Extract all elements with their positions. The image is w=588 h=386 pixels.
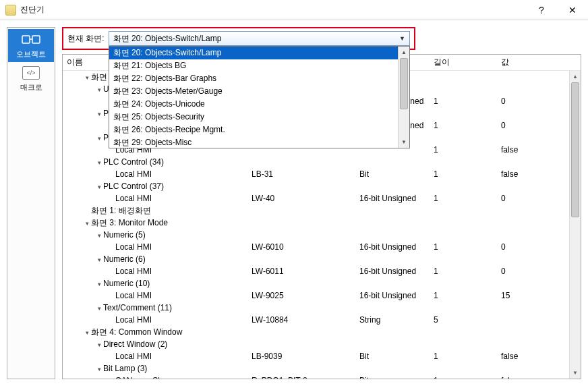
tree-row[interactable]: Numeric (6) xyxy=(63,253,581,265)
row-value: 0 xyxy=(501,242,506,252)
tree-row[interactable]: CANopen SlaveRxPDO1_BIT-0Bit1false xyxy=(63,375,581,379)
row-value: false xyxy=(501,145,518,155)
row-address: LB-31 xyxy=(252,169,273,179)
row-name: Numeric (5) xyxy=(103,230,146,240)
row-address: LW-10884 xyxy=(252,315,288,325)
tree-row[interactable]: 화면 4: Common Window xyxy=(63,326,581,338)
caret-open-icon[interactable] xyxy=(83,74,91,81)
dropdown-option[interactable]: 화면 29: Objects-Misc xyxy=(109,136,398,148)
tree-row[interactable]: Local HMILB-9039Bit1false xyxy=(63,350,581,362)
row-value: 15 xyxy=(501,291,510,300)
caret-open-icon[interactable] xyxy=(83,329,91,336)
tree-row[interactable]: Local HMILW-601116-bit Unsigned10 xyxy=(63,265,581,277)
dropdown-option[interactable]: 화면 20: Objects-Switch/Lamp xyxy=(109,47,398,59)
row-type: String xyxy=(359,315,380,325)
row-name: Local HMI xyxy=(115,352,152,361)
row-type: Bit xyxy=(359,169,369,179)
row-length: 1 xyxy=(434,291,438,300)
tree-row[interactable]: Numeric (10) xyxy=(63,277,581,290)
row-name: Text/Comment (11) xyxy=(103,303,172,312)
row-type: 16-bit Unsigned xyxy=(359,267,416,276)
scroll-thumb[interactable] xyxy=(400,58,408,109)
tree-row[interactable]: Numeric (5) xyxy=(63,229,581,241)
window-title: 진단기 xyxy=(20,4,526,16)
row-length: 1 xyxy=(434,121,438,130)
dropdown-option[interactable]: 화면 25: Objects-Security xyxy=(109,111,398,123)
row-name: Bit Lamp (3) xyxy=(103,364,147,373)
sidebar-item-objects[interactable]: 오브젝트 xyxy=(8,29,54,62)
dropdown-scrollbar[interactable]: ▲ ▼ xyxy=(398,47,409,148)
objects-icon xyxy=(8,33,54,47)
row-name: Numeric (6) xyxy=(103,254,146,264)
dropdown-option[interactable]: 화면 24: Objects-Unicode xyxy=(109,98,398,111)
col-name[interactable]: 이름 xyxy=(67,57,83,68)
row-value: false xyxy=(501,352,518,361)
caret-open-icon[interactable] xyxy=(83,220,91,227)
caret-open-icon[interactable] xyxy=(95,111,103,117)
tree-row[interactable]: Local HMILW-902516-bit Unsigned115 xyxy=(63,290,581,302)
caret-open-icon[interactable] xyxy=(95,232,103,239)
tree-row[interactable]: PLC Control (37) xyxy=(63,180,581,192)
scroll-down-icon[interactable]: ▼ xyxy=(399,136,409,148)
row-address: LW-6011 xyxy=(252,267,284,276)
dropdown-option[interactable]: 화면 22: Objects-Bar Graphs xyxy=(109,72,398,85)
tree-row[interactable]: PLC Control (34) xyxy=(63,156,581,168)
row-length: 1 xyxy=(434,267,438,276)
scroll-up-icon[interactable]: ▲ xyxy=(399,47,409,58)
row-name: Numeric (10) xyxy=(103,279,150,288)
col-length[interactable]: 길이 xyxy=(434,57,450,68)
dropdown-option[interactable]: 화면 23: Objects-Meter/Gauge xyxy=(109,85,398,98)
caret-open-icon[interactable] xyxy=(95,366,103,373)
row-length: 1 xyxy=(434,169,438,179)
tree-row[interactable]: Text/Comment (11) xyxy=(63,302,581,314)
caret-open-icon[interactable] xyxy=(95,281,103,287)
caret-open-icon[interactable] xyxy=(95,86,103,93)
tree-row[interactable]: 화면 1: 배경화면 xyxy=(63,204,581,217)
row-value: 0 xyxy=(501,267,506,276)
col-value[interactable]: 값 xyxy=(501,57,509,68)
close-button[interactable]: ✕ xyxy=(557,0,588,20)
tree-row[interactable]: Direct Window (2) xyxy=(63,338,581,350)
caret-open-icon[interactable] xyxy=(95,135,103,142)
screen-selector[interactable]: 화면 20: Objects-Switch/Lamp ▼ 화면 20: Obje… xyxy=(109,31,410,46)
tree-row[interactable]: Bit Lamp (3) xyxy=(63,362,581,375)
row-value: false xyxy=(501,169,518,179)
row-value: 0 xyxy=(501,194,506,203)
sidebar-item-macro[interactable]: </> 매크로 xyxy=(8,62,54,95)
tree-row[interactable]: 화면 3: Monitor Mode xyxy=(63,217,581,229)
row-length: 1 xyxy=(434,145,438,155)
row-name: Local HMI xyxy=(115,242,152,252)
help-button[interactable]: ? xyxy=(526,0,557,20)
caret-open-icon[interactable] xyxy=(95,305,103,312)
tree-row[interactable]: Local HMILW-10884String5 xyxy=(63,314,581,326)
chevron-down-icon: ▼ xyxy=(399,35,405,42)
caret-open-icon[interactable] xyxy=(95,184,103,190)
dropdown-option[interactable]: 화면 21: Objects BG xyxy=(109,59,398,72)
scroll-thumb[interactable] xyxy=(571,82,579,217)
app-icon xyxy=(5,5,16,16)
main: 오브젝트 </> 매크로 현재 화면: 화면 20: Objects-Switc… xyxy=(0,20,588,386)
dropdown-option[interactable]: 화면 26: Objects-Recipe Mgmt. xyxy=(109,123,398,136)
row-value: 0 xyxy=(501,121,506,130)
row-value: 0 xyxy=(501,96,506,106)
row-type: Bit xyxy=(359,352,369,361)
screen-selector-value: 화면 20: Objects-Switch/Lamp xyxy=(113,33,222,45)
row-length: 5 xyxy=(434,315,438,325)
scroll-down-icon[interactable]: ▼ xyxy=(570,367,581,379)
tree-scrollbar[interactable]: ▲ ▼ xyxy=(569,71,581,379)
row-name: Local HMI xyxy=(115,267,152,276)
row-length: 1 xyxy=(434,242,438,252)
row-type: 16-bit Unsigned xyxy=(359,242,416,252)
tree-row[interactable]: Local HMILB-31Bit1false xyxy=(63,168,581,180)
caret-open-icon[interactable] xyxy=(95,341,103,348)
caret-open-icon[interactable] xyxy=(95,256,103,263)
tree-row[interactable]: Local HMILW-4016-bit Unsigned10 xyxy=(63,192,581,204)
row-address: LW-9025 xyxy=(252,291,284,300)
row-address: RxPDO1_BIT-0 xyxy=(252,376,307,379)
screen-selector-box[interactable]: 화면 20: Objects-Switch/Lamp ▼ xyxy=(109,31,410,46)
sidebar: 오브젝트 </> 매크로 xyxy=(7,27,55,379)
row-name: Local HMI xyxy=(115,291,152,300)
tree-row[interactable]: Local HMILW-601016-bit Unsigned10 xyxy=(63,241,581,253)
scroll-up-icon[interactable]: ▲ xyxy=(570,71,581,82)
caret-open-icon[interactable] xyxy=(95,159,103,166)
